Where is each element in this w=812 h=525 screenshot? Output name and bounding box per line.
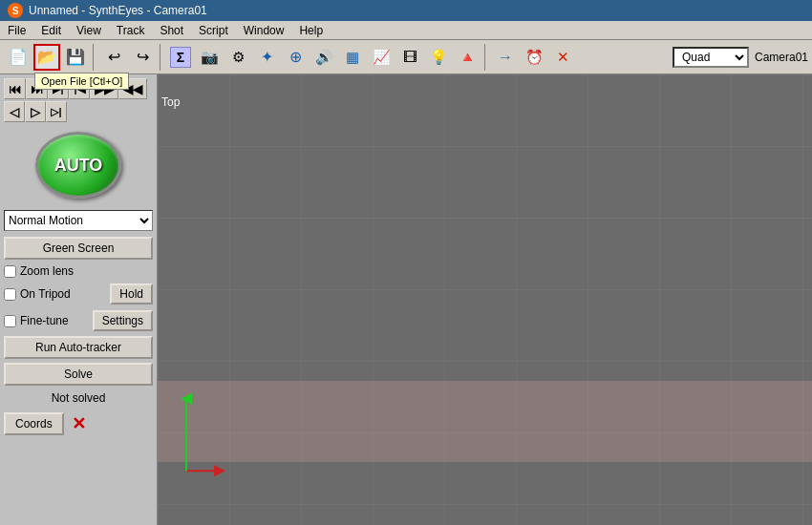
- redo-button[interactable]: ↪: [129, 44, 156, 71]
- title-text: Unnamed - SynthEyes - Camera01: [29, 4, 207, 17]
- delete-icon[interactable]: ✕: [72, 413, 86, 434]
- sigma-button[interactable]: Σ: [167, 44, 194, 71]
- nav-right[interactable]: ▷: [25, 101, 46, 122]
- app-icon: S: [8, 3, 23, 18]
- svg-rect-3: [158, 381, 812, 462]
- film-icon: 🎞: [403, 49, 417, 65]
- menu-script[interactable]: Script: [191, 21, 236, 39]
- nav-play[interactable]: ▷|: [46, 101, 67, 122]
- triangle-icon: 🔺: [459, 49, 477, 66]
- save-button[interactable]: 💾: [62, 44, 89, 71]
- hold-button[interactable]: Hold: [110, 284, 153, 304]
- plus-button[interactable]: ⊕: [282, 44, 309, 71]
- camera-button[interactable]: 📷: [196, 44, 223, 71]
- nav-left[interactable]: ◁: [4, 101, 25, 122]
- menu-view[interactable]: View: [69, 21, 109, 39]
- undo-button[interactable]: ↩: [100, 44, 127, 71]
- coords-row: Coords ✕: [4, 412, 153, 435]
- auto-label: AUTO: [54, 156, 103, 176]
- calc-button[interactable]: ▦: [339, 44, 366, 71]
- menu-edit[interactable]: Edit: [33, 21, 69, 39]
- run-autotracker-button[interactable]: Run Auto-tracker: [4, 336, 153, 359]
- viewport[interactable]: 1 2 3 4 5 6 7 8 Top: [158, 74, 812, 525]
- finetune-row: Fine-tune Settings: [4, 310, 153, 331]
- nodes-button[interactable]: ✦: [253, 44, 280, 71]
- speaker-icon: 🔊: [315, 49, 333, 66]
- open-button[interactable]: 📂: [33, 44, 60, 71]
- view-dropdown[interactable]: Quad Single Dual H Dual V: [673, 47, 749, 68]
- redo-icon: ↪: [137, 48, 149, 66]
- menu-shot[interactable]: Shot: [152, 21, 191, 39]
- menu-window[interactable]: Window: [236, 21, 292, 39]
- clock-button[interactable]: ⏰: [521, 44, 547, 71]
- nav-row-2: ◁ ▷ ▷|: [4, 101, 153, 122]
- nodes-icon: ✦: [261, 48, 273, 66]
- tripod-row: On Tripod Hold: [4, 284, 153, 304]
- gear-button[interactable]: ⚙: [224, 44, 251, 71]
- toolbar: 📄 📂 💾 ↩ ↪ Σ 📷 ⚙ ✦ ⊕ 🔊 ▦ 📈 🎞 💡 🔺: [0, 40, 812, 74]
- on-tripod-label: On Tripod: [20, 287, 71, 301]
- camera-icon: 📷: [201, 49, 219, 66]
- motion-row: Normal Motion Nodal Pan Zoom Only Static: [4, 210, 153, 231]
- fine-tune-checkbox[interactable]: [4, 315, 16, 327]
- gear-icon: ⚙: [232, 49, 245, 66]
- clock-icon: ⏰: [525, 49, 544, 66]
- new-button[interactable]: 📄: [5, 44, 32, 71]
- motion-dropdown[interactable]: Normal Motion Nodal Pan Zoom Only Static: [4, 210, 153, 231]
- open-icon: 📂: [37, 48, 56, 66]
- tri-button[interactable]: 🔺: [454, 44, 481, 71]
- open-tooltip: Open File [Ctl+O]: [34, 73, 129, 90]
- menu-track[interactable]: Track: [109, 21, 153, 39]
- film-button[interactable]: 🎞: [396, 44, 423, 71]
- toolbar-sep-2: [160, 44, 163, 71]
- arrow-icon: →: [498, 49, 513, 66]
- nav-start[interactable]: ⏮: [4, 78, 26, 99]
- zoom-lens-checkbox[interactable]: [4, 265, 16, 278]
- status-text: Not solved: [4, 391, 153, 405]
- green-screen-button[interactable]: Green Screen: [4, 237, 153, 260]
- solve-button[interactable]: Solve: [4, 363, 153, 386]
- auto-button[interactable]: AUTO: [35, 132, 121, 199]
- plus-icon: ⊕: [289, 48, 302, 66]
- cross2-button[interactable]: ✕: [549, 44, 576, 71]
- camera-label: Camera01: [755, 51, 808, 64]
- fine-tune-settings-button[interactable]: Settings: [93, 310, 153, 331]
- menu-help[interactable]: Help: [291, 21, 331, 39]
- speaker-button[interactable]: 🔊: [310, 44, 337, 71]
- toolbar-sep-3: [484, 44, 488, 71]
- bulb-button[interactable]: 💡: [425, 44, 452, 71]
- save-icon: 💾: [66, 48, 85, 66]
- new-icon: 📄: [9, 48, 28, 66]
- arrow-button[interactable]: →: [492, 44, 519, 71]
- view-label: Top: [161, 95, 180, 109]
- fine-tune-label: Fine-tune: [20, 314, 69, 327]
- left-panel: ⏮ ⏭ ▶| |◀ ▶▶ ◀◀ ◁ ▷ ▷| AUTO Normal Motio…: [0, 74, 158, 525]
- viewport-grid: [158, 74, 812, 525]
- zoom-lens-label: Zoom lens: [20, 264, 74, 278]
- menu-bar: File Edit View Track Shot Script Window …: [0, 21, 812, 40]
- sigma-icon: Σ: [170, 47, 191, 68]
- graph-button[interactable]: 📈: [368, 44, 395, 71]
- main-area: ⏮ ⏭ ▶| |◀ ▶▶ ◀◀ ◁ ▷ ▷| AUTO Normal Motio…: [0, 74, 812, 525]
- bulb-icon: 💡: [430, 49, 448, 66]
- title-bar: S Unnamed - SynthEyes - Camera01: [0, 0, 812, 21]
- cross-icon: ✕: [557, 49, 569, 66]
- menu-file[interactable]: File: [0, 21, 33, 39]
- undo-icon: ↩: [108, 48, 120, 66]
- graph-icon: 📈: [373, 49, 391, 66]
- coords-button[interactable]: Coords: [4, 412, 64, 435]
- toolbar-right: Quad Single Dual H Dual V Camera01: [673, 47, 808, 68]
- zoom-lens-row: Zoom lens: [4, 264, 153, 278]
- toolbar-sep-1: [93, 44, 96, 71]
- calc-icon: ▦: [346, 49, 359, 66]
- on-tripod-checkbox[interactable]: [4, 288, 16, 301]
